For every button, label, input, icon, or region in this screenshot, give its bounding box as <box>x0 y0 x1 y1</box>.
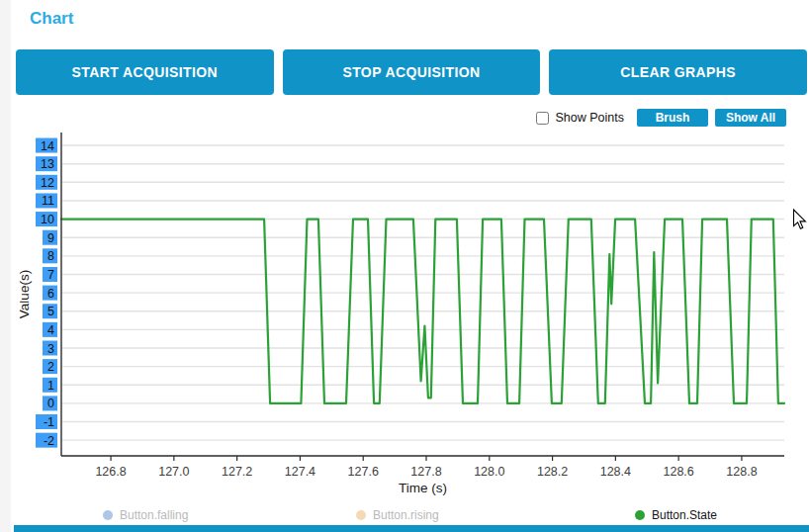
y-tick-label: 7 <box>47 268 54 282</box>
y-tick-label: 8 <box>47 249 54 263</box>
legend-dot-icon <box>635 510 645 520</box>
y-tick-label: 11 <box>42 194 54 208</box>
bottom-accent-bar <box>14 525 809 532</box>
y-tick-label: 1 <box>47 379 54 393</box>
legend-label: Button.rising <box>373 508 439 522</box>
y-tick-label: 3 <box>47 342 54 356</box>
x-tick-label: 127.0 <box>158 465 189 479</box>
legend-dot-icon <box>103 510 113 520</box>
legend-label: Button.falling <box>120 508 188 522</box>
y-tick-label: -2 <box>44 434 54 448</box>
chart-canvas[interactable]: 126.8127.0127.2127.4127.6127.8128.0128.2… <box>0 0 809 532</box>
legend-item-button-falling[interactable]: Button.falling <box>103 508 188 522</box>
y-tick-label: 4 <box>47 323 54 337</box>
x-tick-label: 128.2 <box>537 465 568 479</box>
y-tick-label: 12 <box>41 176 54 190</box>
y-tick-label: 0 <box>47 397 54 410</box>
x-tick-label: 128.0 <box>474 465 504 479</box>
x-tick-label: 127.8 <box>410 465 441 479</box>
x-tick-label: 127.6 <box>348 465 379 479</box>
y-tick-label: 10 <box>41 213 54 226</box>
x-tick-label: 128.4 <box>600 465 631 479</box>
app-root: Chart START ACQUISITION STOP ACQUISITION… <box>0 0 809 532</box>
y-tick-label: 9 <box>47 231 54 245</box>
x-tick-label: 127.4 <box>285 465 315 479</box>
x-tick-label: 127.2 <box>222 465 252 479</box>
y-tick-label: 2 <box>47 360 54 374</box>
x-tick-label: 128.8 <box>726 465 757 479</box>
x-tick-label: 128.6 <box>664 465 694 479</box>
y-tick-label: 5 <box>47 305 54 318</box>
y-axis-title: Value(s) <box>17 270 32 318</box>
x-axis-title: Time (s) <box>399 481 447 495</box>
legend-item-button-state[interactable]: Button.State <box>635 508 717 522</box>
legend-label: Button.State <box>652 508 717 522</box>
y-tick-label: -1 <box>44 415 54 429</box>
mouse-cursor-icon <box>792 209 807 230</box>
y-tick-label: 13 <box>41 157 54 171</box>
x-tick-label: 126.8 <box>95 465 126 479</box>
chart-legend: Button.fallingButton.risingButton.State <box>0 508 809 526</box>
legend-dot-icon <box>356 510 366 520</box>
legend-item-button-rising[interactable]: Button.rising <box>356 508 439 522</box>
y-tick-label: 6 <box>47 287 54 301</box>
y-tick-label: 14 <box>41 139 54 153</box>
